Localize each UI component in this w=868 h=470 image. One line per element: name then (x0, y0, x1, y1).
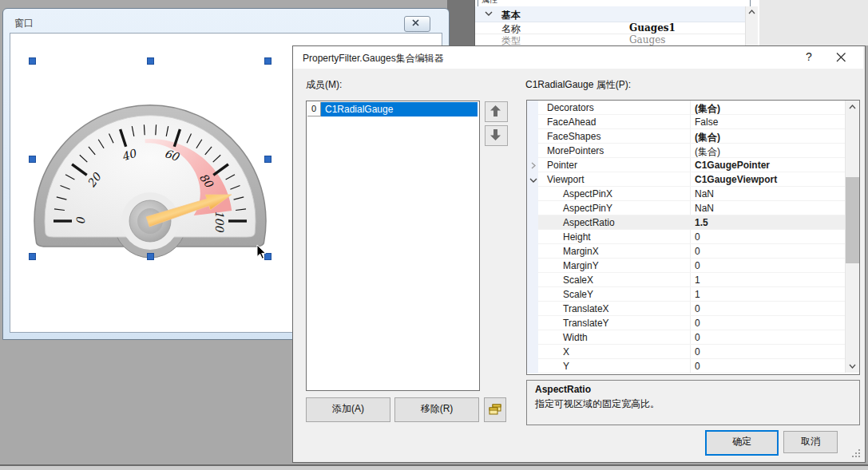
property-grid: Decorators(集合)FaceAheadFalseFaceShapes(集… (526, 100, 860, 375)
row-separator (538, 373, 845, 373)
member-name: C1RadialGauge (325, 104, 393, 115)
svg-text:100: 100 (213, 211, 226, 233)
property-pages-icon (486, 398, 505, 420)
resize-grip[interactable] (852, 449, 862, 459)
members-label: 成员(M): (306, 78, 342, 92)
grid-row-value: False (695, 117, 718, 128)
selection-handle[interactable] (29, 253, 36, 260)
arrow-down-icon (486, 126, 505, 144)
member-list-item[interactable]: 0 C1RadialGauge (307, 102, 478, 117)
grid-row-value: 1.5 (695, 217, 708, 228)
grid-row-label: Decorators (547, 102, 594, 113)
grid-row-value: NaN (695, 188, 714, 199)
grid-row-label: AspectRatio (563, 217, 615, 228)
move-down-button[interactable] (485, 125, 508, 146)
grid-row-label: AspectPinY (563, 203, 612, 214)
properties-filter-text: 属性 (482, 0, 497, 6)
grid-row-label: Viewport (547, 174, 584, 185)
selection-handle[interactable] (147, 57, 154, 65)
mouse-cursor (256, 244, 268, 260)
members-listbox[interactable]: 0 C1RadialGauge (306, 101, 480, 391)
grid-row-label: MorePointers (547, 145, 604, 156)
property-grid-row-Width[interactable]: Width0 (527, 330, 845, 345)
designer-close-button[interactable] (404, 16, 430, 32)
selection-handle[interactable] (264, 156, 271, 163)
window-edge-strip (0, 466, 868, 470)
grid-row-label: X (563, 346, 569, 357)
grid-row-label: FaceAhead (547, 117, 596, 128)
property-grid-row-FaceAhead[interactable]: FaceAheadFalse (527, 115, 845, 129)
property-grid-row-AspectPinY[interactable]: AspectPinYNaN (527, 201, 845, 215)
property-grid-row-TranslateX[interactable]: TranslateX0 (527, 302, 845, 316)
property-grid-row-ScaleX[interactable]: ScaleX1 (527, 273, 845, 287)
property-grid-row-Height[interactable]: Height0 (527, 230, 845, 244)
scroll-up-icon (846, 101, 859, 113)
screen: 窗口 020406080100 属性 基本 名称Guages1类型Gauges (0, 0, 868, 470)
property-grid-row-AspectRatio[interactable]: AspectRatio1.5 (527, 215, 845, 230)
properties-row[interactable]: 名称Guages1 (475, 22, 745, 34)
property-grid-row-MarginX[interactable]: MarginX0 (527, 244, 845, 259)
properties-scrollbar[interactable] (745, 6, 758, 45)
grid-row-value: C1GaugePointer (695, 160, 770, 171)
grid-scrollbar[interactable] (845, 101, 859, 373)
grid-row-label: FaceShapes (547, 131, 600, 142)
move-up-button[interactable] (485, 101, 508, 122)
property-grid-row-FaceShapes[interactable]: FaceShapes(集合) (527, 129, 845, 144)
properties-group-header[interactable]: 基本 (475, 6, 745, 22)
property-grid-row-Pointer[interactable]: PointerC1GaugePointer (527, 158, 845, 172)
prop-label: 类型 (501, 34, 521, 45)
grid-row-value: 0 (695, 332, 700, 343)
property-grid-row-Viewport[interactable]: ViewportC1GaugeViewport (527, 172, 845, 187)
radial-gauge-control[interactable]: 020406080100 (29, 63, 270, 263)
grid-row-value: 0 (695, 231, 700, 243)
add-button[interactable]: 添加(A) (306, 397, 390, 422)
selection-handle[interactable] (29, 57, 36, 65)
property-grid-row-AspectPinX[interactable]: AspectPinXNaN (527, 187, 845, 201)
selection-handle[interactable] (264, 57, 271, 65)
ide-background-light (759, 0, 868, 45)
property-grid-row-Decorators[interactable]: Decorators(集合) (527, 101, 845, 115)
scrollbar-thumb[interactable] (846, 177, 859, 263)
dialog-title: PropertyFilter.Gauges集合编辑器 (303, 52, 444, 65)
grid-row-label: Height (563, 231, 591, 243)
grid-row-value: 0 (695, 318, 700, 329)
grid-row-label: MarginX (563, 246, 599, 257)
member-index: 0 (307, 102, 321, 117)
chevron-down-icon (485, 11, 493, 17)
remove-button[interactable]: 移除(R) (394, 397, 479, 422)
properties-row[interactable]: 类型Gauges (475, 34, 745, 45)
scroll-down-icon (846, 361, 859, 373)
help-button[interactable]: ? (803, 50, 815, 65)
grid-row-value: 0 (695, 361, 700, 372)
chevron-right-icon[interactable] (530, 162, 537, 169)
grid-row-value: 0 (695, 303, 700, 314)
dialog-close-button[interactable] (833, 49, 850, 67)
cancel-button[interactable]: 取消 (783, 431, 838, 453)
collection-editor-dialog: PropertyFilter.Gauges集合编辑器 ? 成员(M): C1Ra… (292, 45, 866, 463)
property-grid-row-MarginY[interactable]: MarginY0 (527, 259, 845, 273)
selection-handle[interactable] (29, 156, 36, 163)
designer-window-title: 窗口 (14, 17, 34, 30)
member-selected[interactable]: C1RadialGauge (321, 102, 478, 117)
prop-value: Gauges (629, 34, 665, 45)
description-text: 指定可视区域的固定宽高比。 (535, 397, 660, 411)
chevron-down-icon[interactable] (529, 177, 537, 184)
grid-row-label: TranslateX (563, 303, 609, 314)
property-grid-row-TranslateY[interactable]: TranslateY0 (527, 316, 845, 330)
close-icon (833, 49, 850, 67)
properties-label: C1RadialGauge 属性(P): (525, 78, 631, 92)
property-pages-button[interactable] (484, 397, 506, 422)
grid-row-value: 0 (695, 246, 700, 257)
grid-row-value: C1GaugeViewport (695, 174, 777, 185)
grid-row-value: 1 (695, 289, 700, 300)
selection-handle[interactable] (147, 253, 154, 260)
property-grid-row-ScaleY[interactable]: ScaleY1 (527, 287, 845, 302)
grid-row-label: Pointer (547, 160, 577, 171)
ok-button[interactable]: 确定 (705, 430, 779, 456)
grid-row-label: AspectPinX (563, 188, 612, 199)
property-grid-row-Y[interactable]: Y0 (527, 359, 845, 373)
property-grid-row-MorePointers[interactable]: MorePointers(集合) (527, 144, 845, 158)
property-grid-row-X[interactable]: X0 (527, 345, 845, 359)
grid-row-label: ScaleX (563, 274, 593, 286)
description-panel: AspectRatio 指定可视区域的固定宽高比。 (526, 380, 860, 425)
